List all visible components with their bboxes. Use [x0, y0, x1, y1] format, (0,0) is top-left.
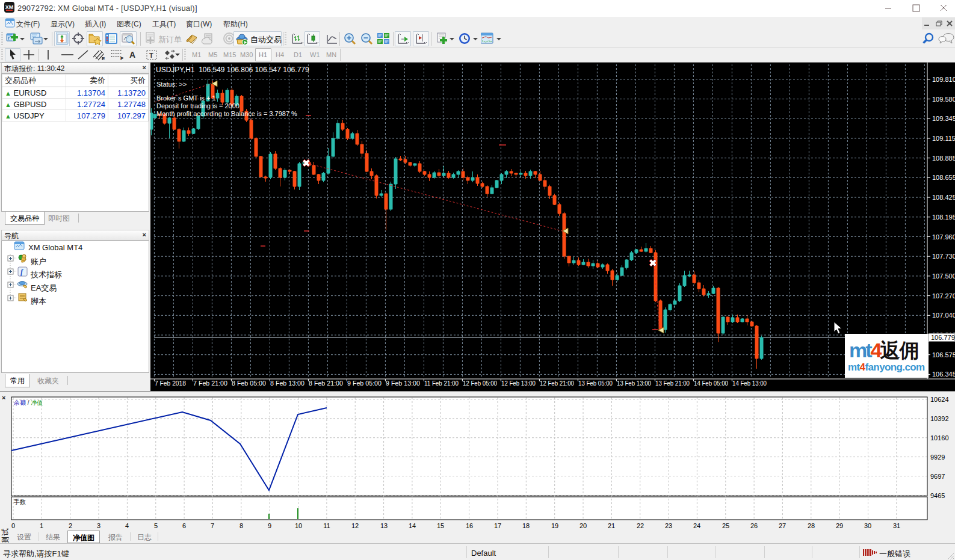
svg-text:19: 19 [551, 522, 558, 529]
svg-text:10624: 10624 [930, 396, 949, 403]
svg-text:Broker`s GMT is + 1: Broker`s GMT is + 1 [156, 94, 216, 102]
svg-text:14: 14 [409, 522, 416, 529]
svg-text:10392: 10392 [930, 415, 949, 422]
svg-text:7 Feb 21:00: 7 Feb 21:00 [193, 380, 227, 387]
svg-text:16: 16 [466, 522, 473, 529]
svg-text:0: 0 [11, 522, 15, 529]
svg-text:12 Feb 05:00: 12 Feb 05:00 [463, 380, 497, 387]
svg-text:1: 1 [40, 522, 43, 529]
svg-text:108.425: 108.425 [932, 194, 955, 201]
svg-text:109.810: 109.810 [932, 76, 955, 83]
svg-text:7 Feb 2018: 7 Feb 2018 [155, 380, 186, 387]
svg-text:8: 8 [240, 522, 243, 529]
svg-text:Status: >>: Status: >> [156, 81, 187, 88]
svg-text:15: 15 [437, 522, 444, 529]
svg-text:24: 24 [693, 522, 700, 529]
svg-text:8 Feb 05:00: 8 Feb 05:00 [232, 380, 266, 387]
svg-text:29: 29 [836, 522, 843, 529]
svg-text:3: 3 [97, 522, 100, 529]
svg-text:9 Feb 13:00: 9 Feb 13:00 [386, 380, 420, 387]
svg-text:14 Feb 05:00: 14 Feb 05:00 [694, 380, 728, 387]
svg-text:4: 4 [125, 522, 129, 529]
svg-text:手数: 手数 [13, 499, 26, 505]
svg-text:12 Feb 21:00: 12 Feb 21:00 [540, 380, 574, 387]
svg-text:107.270: 107.270 [932, 292, 955, 300]
svg-text:余额 / 净值: 余额 / 净值 [13, 399, 43, 406]
svg-text:18: 18 [522, 522, 530, 529]
svg-text:11 Feb 21:00: 11 Feb 21:00 [424, 380, 459, 387]
svg-text:14 Feb 13:00: 14 Feb 13:00 [732, 380, 767, 387]
svg-text:2: 2 [69, 522, 72, 529]
svg-text:9929: 9929 [930, 454, 945, 461]
svg-text:31: 31 [893, 522, 900, 529]
svg-text:107.730: 107.730 [932, 253, 955, 260]
svg-text:108.195: 108.195 [932, 214, 955, 221]
svg-text:F: F [120, 56, 123, 61]
svg-text:6: 6 [182, 522, 186, 529]
svg-text:30: 30 [864, 522, 871, 529]
svg-text:108.655: 108.655 [932, 174, 955, 181]
svg-text:12 Feb 13:00: 12 Feb 13:00 [501, 380, 536, 387]
svg-text:106.575: 106.575 [932, 351, 955, 358]
svg-text:9: 9 [268, 522, 271, 529]
svg-text:107.960: 107.960 [932, 233, 955, 241]
svg-text:107.500: 107.500 [932, 272, 955, 280]
svg-text:26: 26 [750, 522, 758, 529]
svg-text:Deposit for trading is = 2000: Deposit for trading is = 2000 [156, 102, 240, 109]
svg-text:9 Feb 05:00: 9 Feb 05:00 [347, 380, 382, 387]
svg-text:107.040: 107.040 [932, 312, 955, 319]
svg-text:8 Feb 21:00: 8 Feb 21:00 [309, 380, 343, 387]
svg-text:5: 5 [154, 522, 158, 529]
svg-text:23: 23 [665, 522, 672, 529]
svg-text:109.580: 109.580 [932, 96, 955, 103]
svg-text:109.115: 109.115 [932, 135, 955, 142]
svg-text:E: E [102, 56, 105, 61]
svg-text:20: 20 [579, 522, 587, 529]
svg-text:10: 10 [295, 522, 302, 529]
svg-text:Month profit according to Bala: Month profit according to Balance is = 3… [156, 110, 297, 117]
svg-text:10160: 10160 [930, 434, 949, 442]
svg-text:28: 28 [808, 522, 815, 529]
svg-text:11: 11 [323, 522, 330, 529]
svg-text:T: T [149, 52, 153, 59]
svg-text:27: 27 [779, 522, 786, 529]
svg-text:9465: 9465 [930, 492, 945, 499]
svg-text:12: 12 [351, 522, 359, 529]
svg-text:106.345: 106.345 [932, 371, 955, 378]
svg-text:13: 13 [380, 522, 388, 529]
svg-text:108.885: 108.885 [932, 155, 955, 162]
svg-text:9697: 9697 [930, 473, 945, 480]
svg-text:13 Feb 21:00: 13 Feb 21:00 [655, 380, 690, 387]
svg-text:USDJPY,H1 106.549 106.806 106: USDJPY,H1 106.549 106.806 106.547 106.77… [156, 66, 309, 74]
svg-text:25: 25 [722, 522, 729, 529]
svg-text:7: 7 [211, 522, 214, 529]
svg-text:17: 17 [494, 522, 501, 529]
svg-text:21: 21 [608, 522, 615, 529]
svg-text:13 Feb 05:00: 13 Feb 05:00 [578, 380, 613, 387]
svg-text:13 Feb 13:00: 13 Feb 13:00 [617, 380, 651, 387]
svg-text:109.345: 109.345 [932, 115, 955, 122]
svg-text:22: 22 [637, 522, 644, 529]
svg-text:8 Feb 13:00: 8 Feb 13:00 [270, 380, 304, 387]
